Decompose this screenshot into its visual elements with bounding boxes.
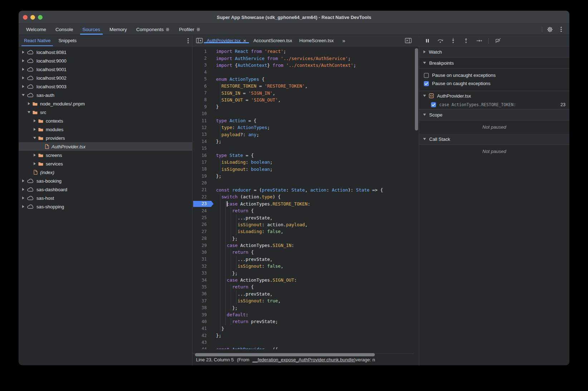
- line-number[interactable]: 34: [192, 277, 211, 283]
- line-number[interactable]: 29: [192, 242, 211, 249]
- chevron-right-icon[interactable]: [22, 85, 24, 88]
- chevron-right-icon[interactable]: [34, 154, 36, 157]
- line-number[interactable]: 10: [192, 110, 211, 117]
- chevron-right-icon[interactable]: [22, 59, 24, 62]
- line-number[interactable]: 39: [192, 311, 211, 318]
- tree-item-providers[interactable]: providers: [19, 134, 192, 142]
- tree-item-sas-auth[interactable]: sas-auth: [19, 91, 192, 99]
- chevron-right-icon[interactable]: [22, 179, 24, 182]
- line-number[interactable]: 27: [192, 228, 211, 235]
- vertical-scrollbar[interactable]: [415, 48, 418, 130]
- line-number[interactable]: 11: [192, 117, 211, 124]
- step-out-button[interactable]: [462, 37, 470, 44]
- line-number[interactable]: 41: [192, 325, 211, 332]
- tab-memory[interactable]: Memory: [105, 24, 132, 35]
- call-stack-section-header[interactable]: Call Stack: [419, 134, 569, 145]
- line-number[interactable]: 5: [192, 76, 211, 83]
- more-options-button[interactable]: [557, 25, 565, 33]
- line-number[interactable]: 37: [192, 297, 211, 304]
- line-number[interactable]: 19: [192, 173, 211, 179]
- line-number[interactable]: 42: [192, 332, 211, 339]
- pause-button[interactable]: [424, 37, 431, 44]
- chevron-right-icon[interactable]: [28, 102, 30, 105]
- line-number[interactable]: 14: [192, 138, 211, 145]
- tree-item-src[interactable]: src: [19, 108, 192, 117]
- tree-item-sas-booking[interactable]: sas-booking: [19, 177, 192, 185]
- editor-tab-accountscreen-tsx[interactable]: AccountScreen.tsx: [250, 38, 295, 43]
- line-number[interactable]: 24: [192, 207, 211, 214]
- line-number[interactable]: 8: [192, 96, 211, 103]
- line-number[interactable]: 21: [192, 187, 211, 193]
- line-number[interactable]: 6: [192, 83, 211, 89]
- chevron-right-icon[interactable]: [22, 76, 24, 79]
- tree-item-index[interactable]: (index): [19, 168, 192, 177]
- line-number[interactable]: 43: [192, 339, 211, 346]
- titlebar[interactable]: Super App Showcase (sdk_gphone64_arm64) …: [19, 11, 569, 24]
- line-number[interactable]: 17: [192, 159, 211, 165]
- tab-console[interactable]: Console: [51, 24, 78, 35]
- tree-item-node-modules-pnpm[interactable]: node_modules/.pnpm: [19, 99, 192, 108]
- chevron-right-icon[interactable]: [34, 128, 36, 131]
- line-number[interactable]: 31: [192, 256, 211, 263]
- tree-item-localhost-9003[interactable]: localhost:9003: [19, 82, 192, 91]
- chevron-right-icon[interactable]: [22, 68, 24, 71]
- close-button[interactable]: [23, 15, 28, 20]
- tab-welcome[interactable]: Welcome: [21, 24, 51, 35]
- navigator-tab-snippets[interactable]: Snippets: [54, 35, 80, 46]
- tree-item-localhost-9001[interactable]: localhost:9001: [19, 65, 192, 74]
- line-number[interactable]: 15: [192, 145, 211, 152]
- breakpoint-file-group[interactable]: AuthProvider.tsx: [419, 91, 569, 100]
- line-number[interactable]: 13: [192, 131, 211, 138]
- close-icon[interactable]: ×: [243, 38, 246, 43]
- tree-item-localhost-8081[interactable]: localhost:8081: [19, 48, 192, 56]
- line-number[interactable]: 12: [192, 124, 211, 131]
- step-button[interactable]: [475, 37, 482, 44]
- line-number[interactable]: 30: [192, 249, 211, 256]
- tree-item-sas-shopping[interactable]: sas-shopping: [19, 202, 192, 211]
- line-number[interactable]: 26: [192, 221, 211, 228]
- chevron-down-icon[interactable]: [28, 111, 30, 113]
- chevron-down-icon[interactable]: [33, 137, 36, 139]
- tree-item-sas-host[interactable]: sas-host: [19, 194, 192, 202]
- chevron-right-icon[interactable]: [22, 197, 24, 199]
- line-number[interactable]: 7: [192, 89, 211, 96]
- more-tabs-button[interactable]: »: [342, 38, 345, 44]
- line-number[interactable]: 28: [192, 235, 211, 242]
- tree-item-sas-dashboard[interactable]: sas-dashboard: [19, 185, 192, 194]
- navigator-more-button[interactable]: [184, 37, 192, 45]
- chevron-right-icon[interactable]: [22, 188, 24, 191]
- scope-section-header[interactable]: Scope: [419, 109, 569, 120]
- settings-button[interactable]: [546, 25, 554, 33]
- step-over-button[interactable]: [437, 37, 444, 44]
- line-number[interactable]: 1: [192, 48, 211, 55]
- line-number[interactable]: 32: [192, 263, 211, 269]
- chevron-right-icon[interactable]: [34, 162, 36, 165]
- line-number[interactable]: 9: [192, 103, 211, 110]
- line-number[interactable]: 23: [192, 201, 211, 207]
- navigator-tab-react-native[interactable]: React Native: [20, 35, 54, 46]
- tree-item-services[interactable]: services: [19, 159, 192, 168]
- breakpoint-entry[interactable]: case ActionTypes.RESTORE_TOKEN:23: [419, 100, 569, 109]
- line-number[interactable]: 3: [192, 62, 211, 69]
- chevron-down-icon[interactable]: [22, 94, 25, 96]
- tree-item-localhost-9000[interactable]: localhost:9000: [19, 56, 192, 65]
- deactivate-breakpoints-button[interactable]: [494, 37, 501, 44]
- tab-sources[interactable]: Sources: [78, 24, 105, 35]
- toggle-navigator-button[interactable]: [195, 36, 203, 44]
- line-number[interactable]: 18: [192, 166, 211, 173]
- bundle-link[interactable]: __federation_expose_AuthProvider.chunk.b…: [253, 357, 354, 362]
- breakpoint-toggle-pause-on-uncaught-exceptions[interactable]: Pause on uncaught exceptions: [419, 71, 569, 79]
- maximize-button[interactable]: [38, 15, 43, 20]
- tree-item-authprovider-tsx[interactable]: AuthProvider.tsx: [19, 142, 192, 151]
- line-number[interactable]: 20: [192, 179, 211, 186]
- tree-item-modules[interactable]: modules: [19, 125, 192, 134]
- line-number[interactable]: 36: [192, 291, 211, 297]
- line-number[interactable]: 35: [192, 283, 211, 290]
- minimize-button[interactable]: [30, 15, 35, 20]
- breakpoint-toggle-pause-on-caught-exceptions[interactable]: Pause on caught exceptions: [419, 79, 569, 88]
- tree-item-screens[interactable]: screens: [19, 151, 192, 159]
- tab-components[interactable]: Components: [132, 24, 175, 35]
- line-number[interactable]: 2: [192, 55, 211, 61]
- line-number[interactable]: 44: [192, 346, 211, 349]
- line-number[interactable]: 22: [192, 193, 211, 200]
